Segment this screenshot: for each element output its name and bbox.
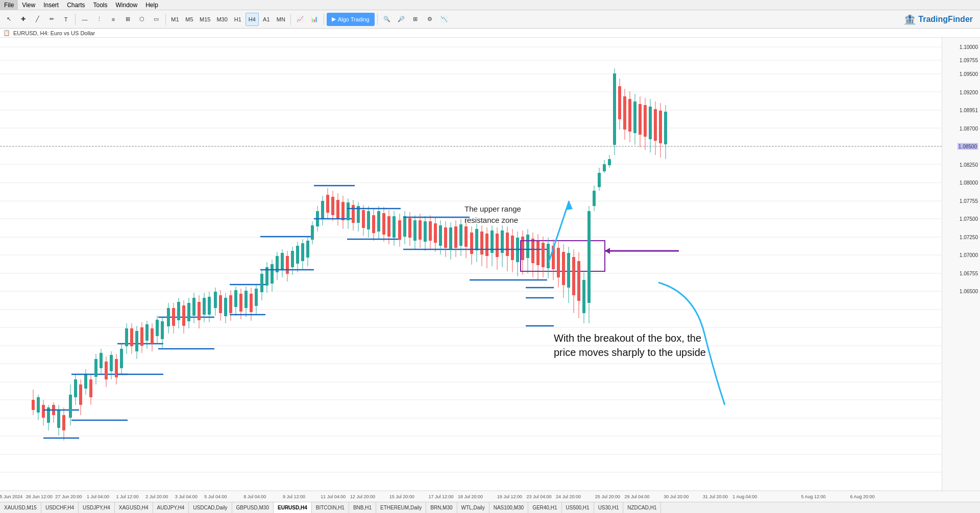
price-10895: 1.08951: [960, 108, 978, 113]
svg-rect-282: [623, 96, 626, 130]
price-10725: 1.07250: [960, 234, 978, 240]
tab-gbpusd-m30[interactable]: GBPUSD,M30: [232, 502, 274, 514]
svg-rect-100: [198, 302, 201, 320]
svg-rect-198: [429, 221, 432, 241]
svg-rect-270: [593, 191, 596, 206]
tf-m15[interactable]: M15: [197, 13, 213, 26]
tf-h1[interactable]: H1: [231, 13, 244, 26]
gann-tool[interactable]: ⊞: [121, 13, 134, 26]
svg-rect-257: [567, 253, 570, 288]
tab-us30-h1[interactable]: US30,H1: [594, 502, 624, 514]
time-16: 23 Jul 04:00: [526, 494, 551, 499]
tab-ethereum-daily[interactable]: ETHEREUM,Daily: [376, 502, 426, 514]
tab-eurusd-h4[interactable]: EURUSD,H4: [274, 502, 312, 514]
tab-usdcad-daily[interactable]: USDCAD,Daily: [189, 502, 232, 514]
tf-m30[interactable]: M30: [214, 13, 230, 26]
tab-usdjpy-h4[interactable]: USDJPY,H4: [79, 502, 115, 514]
menu-help[interactable]: Help: [141, 0, 162, 10]
menu-tools[interactable]: Tools: [89, 0, 112, 10]
tf-h4[interactable]: H4: [246, 13, 259, 26]
sep2: [165, 14, 166, 25]
crosshair-tool[interactable]: ✚: [16, 13, 30, 26]
tab-usdchf-h4[interactable]: USDCHF,H4: [41, 502, 79, 514]
shapes-tool[interactable]: ⬡: [135, 13, 149, 26]
menu-window[interactable]: Window: [112, 0, 142, 10]
price-10750: 1.07500: [960, 216, 978, 222]
chart-type-line[interactable]: 📈: [293, 13, 307, 26]
tab-brn-m30[interactable]: BRN,M30: [426, 502, 457, 514]
price-10975: 1.09755: [960, 58, 978, 63]
time-3: 1 Jul 04:00: [87, 494, 109, 499]
time-21: 31 Jul 20:00: [703, 494, 728, 499]
svg-rect-280: [618, 86, 621, 119]
time-19: 29 Jul 04:00: [624, 494, 649, 499]
svg-rect-56: [94, 359, 97, 377]
menu-view[interactable]: View: [18, 0, 39, 10]
price-1100: 1.10000: [960, 44, 978, 49]
svg-rect-72: [130, 328, 133, 346]
tf-m1[interactable]: M1: [168, 13, 182, 26]
svg-rect-164: [347, 202, 350, 220]
line-tool[interactable]: ╱: [31, 13, 44, 26]
properties-btn[interactable]: ⚙: [423, 13, 436, 26]
zoom-in-btn[interactable]: 🔍: [380, 13, 394, 26]
svg-rect-88: [167, 308, 170, 326]
tf-w1[interactable]: MN: [274, 13, 288, 26]
tab-audjpy-h4[interactable]: AUDJPY,H4: [153, 502, 189, 514]
tab-xagusd-h4[interactable]: XAGUSD,H4: [115, 502, 153, 514]
tab-ger40-h1[interactable]: GER40,H1: [528, 502, 561, 514]
tf-m5[interactable]: M5: [183, 13, 196, 26]
svg-rect-156: [331, 197, 334, 215]
menu-insert[interactable]: Insert: [39, 0, 63, 10]
tab-nzdcad-h1[interactable]: NZDCAD,H1: [623, 502, 661, 514]
tab-wtl-daily[interactable]: WTL,Daily: [457, 502, 489, 514]
algo-trading-btn[interactable]: ▶ Algo Trading: [327, 13, 375, 26]
tab-bitcoin-h1[interactable]: BITCOIN,H1: [312, 502, 349, 514]
svg-rect-136: [286, 256, 289, 274]
zoom-out-btn[interactable]: 🔎: [395, 13, 408, 26]
cursor-tool[interactable]: ↖: [2, 13, 15, 26]
time-17: 24 Jul 20:00: [556, 494, 581, 499]
tab-bnb-h1[interactable]: BNB,H1: [349, 502, 376, 514]
rect-tool[interactable]: ▭: [150, 13, 163, 26]
svg-rect-152: [321, 201, 324, 219]
svg-rect-286: [633, 101, 636, 133]
indicators-btn[interactable]: 📉: [437, 13, 451, 26]
text-tool[interactable]: T: [59, 13, 72, 26]
tab-xauusd-m15[interactable]: XAUUSD,M15: [0, 502, 41, 514]
chart-type-bar[interactable]: 📊: [308, 13, 321, 26]
svg-rect-236: [521, 237, 524, 260]
svg-rect-220: [480, 232, 483, 254]
svg-rect-182: [393, 216, 396, 238]
symbol-icon: 📋: [3, 30, 10, 36]
svg-rect-298: [664, 112, 667, 144]
menu-file[interactable]: File: [0, 0, 18, 10]
svg-rect-52: [89, 379, 92, 397]
svg-rect-265: [582, 280, 585, 313]
menu-charts[interactable]: Charts: [63, 0, 89, 10]
svg-rect-208: [449, 227, 452, 249]
time-12: 15 Jul 20:00: [389, 494, 414, 499]
channel-tool[interactable]: ≡: [107, 13, 120, 26]
svg-rect-192: [413, 220, 416, 241]
svg-rect-90: [172, 308, 175, 326]
grid-btn[interactable]: ⊞: [409, 13, 422, 26]
fib-tool[interactable]: ⋮: [92, 13, 106, 26]
tab-nas100-m30[interactable]: NAS100,M30: [489, 502, 528, 514]
svg-rect-66: [120, 349, 123, 368]
hline-tool[interactable]: —: [78, 13, 91, 26]
symbol-text: EURUSD, H4: Euro vs US Dollar: [13, 30, 95, 36]
pen-tool[interactable]: ✏: [45, 13, 58, 26]
price-axis: 1.10000 1.09755 1.09500 1.09200 1.08951 …: [942, 38, 980, 491]
svg-rect-276: [608, 159, 611, 165]
svg-rect-180: [387, 216, 390, 237]
svg-rect-212: [459, 224, 462, 246]
tab-us500-h1[interactable]: US500,H1: [562, 502, 594, 514]
svg-rect-196: [424, 221, 427, 242]
price-10870: 1.08700: [960, 125, 978, 131]
svg-rect-144: [306, 241, 309, 258]
svg-rect-247: [542, 243, 545, 267]
svg-rect-226: [496, 234, 499, 257]
tf-d1[interactable]: A1: [260, 13, 273, 26]
sep3: [290, 14, 291, 25]
